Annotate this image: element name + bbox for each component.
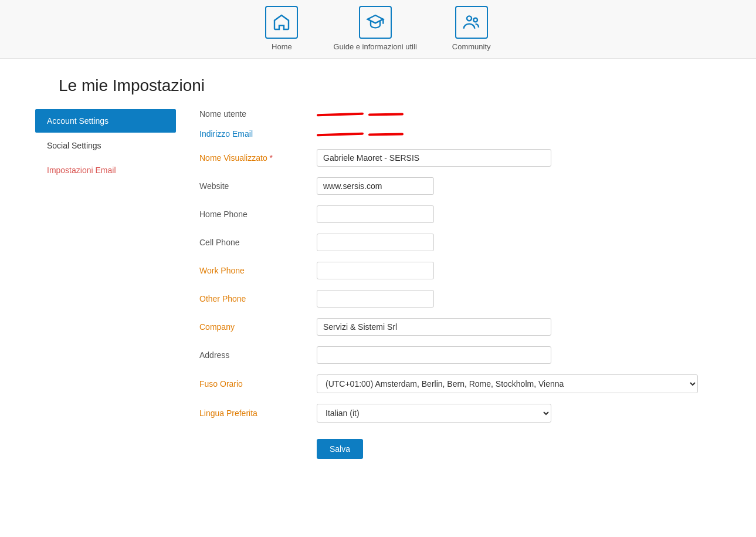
row-other-phone: Other Phone <box>199 290 704 308</box>
label-lingua-preferita: Lingua Preferita <box>199 408 317 418</box>
input-address[interactable] <box>317 346 551 364</box>
main-layout: Account Settings Social Settings Imposta… <box>35 109 721 470</box>
input-company[interactable] <box>317 318 551 336</box>
row-home-phone: Home Phone <box>199 205 704 223</box>
row-nome-utente: Nome utente <box>199 109 704 119</box>
input-home-phone[interactable] <box>317 205 434 223</box>
guide-icon-box <box>359 6 392 39</box>
home-icon-box <box>265 6 298 39</box>
nav-guide-label: Guide e informazioni utili <box>333 42 416 51</box>
select-lingua-preferita[interactable]: Italian (it) English (en) German (de) Fr… <box>317 404 551 423</box>
label-address: Address <box>199 350 317 360</box>
form-area: Nome utente Indirizzo Email Nome Visuali… <box>176 109 704 470</box>
row-cell-phone: Cell Phone <box>199 234 704 251</box>
label-home-phone: Home Phone <box>199 210 317 219</box>
nav-home-label: Home <box>272 42 292 51</box>
row-address: Address <box>199 346 704 364</box>
label-nome-utente: Nome utente <box>199 109 317 119</box>
sidebar: Account Settings Social Settings Imposta… <box>35 109 176 470</box>
row-save: Salva <box>199 433 704 459</box>
input-work-phone[interactable] <box>317 262 434 279</box>
nav-community[interactable]: Community <box>452 6 491 51</box>
label-work-phone: Work Phone <box>199 266 317 275</box>
input-other-phone[interactable] <box>317 290 434 308</box>
redact-bar-2 <box>368 113 404 116</box>
redact-bar-email-2 <box>368 133 404 136</box>
label-nome-visualizzato: Nome Visualizzato <box>199 153 317 163</box>
sidebar-item-social-settings[interactable]: Social Settings <box>35 134 176 157</box>
nav-home[interactable]: Home <box>265 6 298 51</box>
row-company: Company <box>199 318 704 336</box>
row-lingua-preferita: Lingua Preferita Italian (it) English (e… <box>199 404 704 423</box>
page-title: Le mie Impostazioni <box>59 76 756 95</box>
save-button[interactable]: Salva <box>317 439 363 459</box>
sidebar-item-account-settings[interactable]: Account Settings <box>35 109 176 133</box>
top-navigation: Home Guide e informazioni utili Communit… <box>0 0 756 59</box>
community-icon <box>462 13 481 32</box>
label-cell-phone: Cell Phone <box>199 238 317 247</box>
label-company: Company <box>199 322 317 332</box>
sidebar-item-email-settings[interactable]: Impostazioni Email <box>35 158 176 182</box>
row-website: Website <box>199 177 704 195</box>
svg-point-0 <box>467 16 472 21</box>
nav-community-label: Community <box>452 42 491 51</box>
row-nome-visualizzato: Nome Visualizzato <box>199 149 704 167</box>
redact-bar-1 <box>317 113 364 117</box>
graduation-icon <box>366 13 385 32</box>
label-website: Website <box>199 181 317 191</box>
nav-guide[interactable]: Guide e informazioni utili <box>333 6 416 51</box>
row-fuso-orario: Fuso Orario (UTC+01:00) Amsterdam, Berli… <box>199 374 704 393</box>
redact-bar-email-1 <box>317 133 364 137</box>
select-fuso-orario[interactable]: (UTC+01:00) Amsterdam, Berlin, Bern, Rom… <box>317 374 698 393</box>
home-icon <box>272 13 291 32</box>
nome-utente-value <box>317 109 704 119</box>
label-other-phone: Other Phone <box>199 294 317 303</box>
row-indirizzo-email: Indirizzo Email <box>199 129 704 139</box>
label-fuso-orario: Fuso Orario <box>199 379 317 389</box>
input-nome-visualizzato[interactable] <box>317 149 551 167</box>
indirizzo-email-value <box>317 129 704 139</box>
label-indirizzo-email: Indirizzo Email <box>199 129 317 139</box>
input-cell-phone[interactable] <box>317 234 434 251</box>
input-website[interactable] <box>317 177 434 195</box>
row-work-phone: Work Phone <box>199 262 704 279</box>
community-icon-box <box>455 6 488 39</box>
svg-point-1 <box>473 18 477 22</box>
